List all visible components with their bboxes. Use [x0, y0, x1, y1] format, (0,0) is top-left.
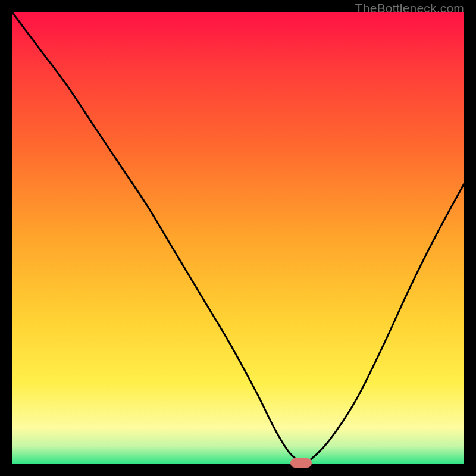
- plot-area: [12, 12, 464, 464]
- chart-frame: TheBottleneck.com: [0, 0, 476, 476]
- curve-line: [12, 12, 464, 464]
- watermark-text: TheBottleneck.com: [355, 1, 464, 15]
- bottleneck-curve: [12, 12, 464, 464]
- optimal-point-marker: [290, 458, 312, 468]
